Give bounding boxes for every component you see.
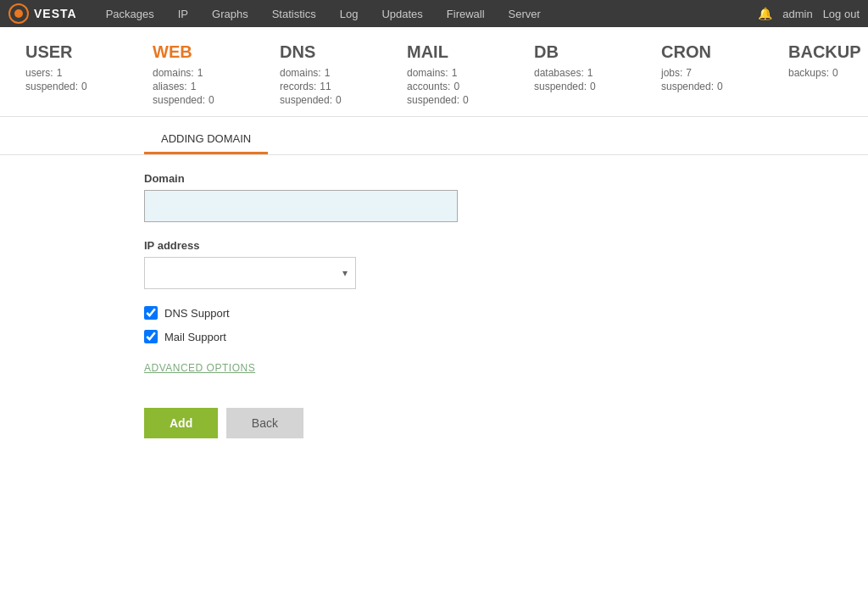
domain-field-group: Domain xyxy=(144,172,843,222)
navbar: VESTA Packages IP Graphs Statistics Log … xyxy=(0,0,868,27)
nav-ip[interactable]: IP xyxy=(166,0,200,27)
back-button[interactable]: Back xyxy=(226,408,303,438)
tab-adding-domain[interactable]: ADDING DOMAIN xyxy=(144,125,268,154)
brand-name: VESTA xyxy=(34,7,77,20)
ip-field-group: IP address xyxy=(144,239,843,289)
stat-dns-title: DNS xyxy=(280,42,381,62)
nav-graphs[interactable]: Graphs xyxy=(200,0,260,27)
main-content: Domain IP address DNS Support Mail Suppo… xyxy=(0,155,868,464)
nav-log[interactable]: Log xyxy=(328,0,370,27)
stat-user-row-1: suspended: 0 xyxy=(25,81,127,92)
svg-point-1 xyxy=(14,9,23,18)
stat-db: DB databases: 1 suspended: 0 xyxy=(534,42,636,108)
vesta-logo-icon xyxy=(8,3,29,24)
stat-cron: CRON jobs: 7 suspended: 0 xyxy=(661,42,763,108)
nav-right: 🔔 admin Log out xyxy=(758,7,860,20)
logout-link[interactable]: Log out xyxy=(823,8,860,20)
stat-user-label-0: users: xyxy=(25,67,53,79)
stat-user-value-1: 0 xyxy=(81,81,87,92)
dns-support-checkbox[interactable] xyxy=(144,306,158,320)
nav-statistics[interactable]: Statistics xyxy=(260,0,328,27)
ip-select-wrapper xyxy=(144,257,356,289)
form-actions: Add Back xyxy=(144,408,843,438)
add-button[interactable]: Add xyxy=(144,408,218,438)
nav-firewall[interactable]: Firewall xyxy=(435,0,497,27)
bell-icon[interactable]: 🔔 xyxy=(758,7,772,20)
nav-updates[interactable]: Updates xyxy=(370,0,434,27)
stat-backup: BACKUP backups: 0 xyxy=(788,42,868,108)
dns-support-label: DNS Support xyxy=(164,307,230,320)
ip-label: IP address xyxy=(144,239,843,252)
nav-server[interactable]: Server xyxy=(497,0,553,27)
mail-support-group: Mail Support xyxy=(144,330,843,343)
stat-cron-title: CRON xyxy=(661,42,763,62)
nav-packages[interactable]: Packages xyxy=(94,0,166,27)
stat-db-title: DB xyxy=(534,42,636,62)
dns-support-group: DNS Support xyxy=(144,306,843,320)
advanced-options-link[interactable]: ADVANCED OPTIONS xyxy=(144,354,843,399)
stat-user: USER users: 1 suspended: 0 xyxy=(25,42,127,108)
domain-input[interactable] xyxy=(144,190,458,222)
stat-user-title: USER xyxy=(25,42,127,62)
nav-user: admin xyxy=(782,8,812,20)
stat-user-value-0: 1 xyxy=(57,67,63,79)
mail-support-checkbox[interactable] xyxy=(144,330,158,343)
ip-select[interactable] xyxy=(144,257,356,289)
stat-mail: MAIL domains: 1 accounts: 0 suspended: 0 xyxy=(407,42,509,108)
tabs-area: ADDING DOMAIN xyxy=(0,125,868,155)
stat-dns: DNS domains: 1 records: 11 suspended: 0 xyxy=(280,42,381,108)
stat-backup-title: BACKUP xyxy=(788,42,868,62)
stat-web-title: WEB xyxy=(153,42,254,62)
mail-support-label: Mail Support xyxy=(164,331,226,343)
nav-links: Packages IP Graphs Statistics Log Update… xyxy=(94,0,759,27)
stat-user-label-1: suspended: xyxy=(25,81,78,92)
domain-label: Domain xyxy=(144,172,843,185)
stat-web: WEB domains: 1 aliases: 1 suspended: 0 xyxy=(153,42,254,108)
brand[interactable]: VESTA xyxy=(8,3,77,24)
stat-user-row-0: users: 1 xyxy=(25,67,127,79)
stats-bar: USER users: 1 suspended: 0 WEB domains: … xyxy=(0,27,868,117)
stat-mail-title: MAIL xyxy=(407,42,509,62)
